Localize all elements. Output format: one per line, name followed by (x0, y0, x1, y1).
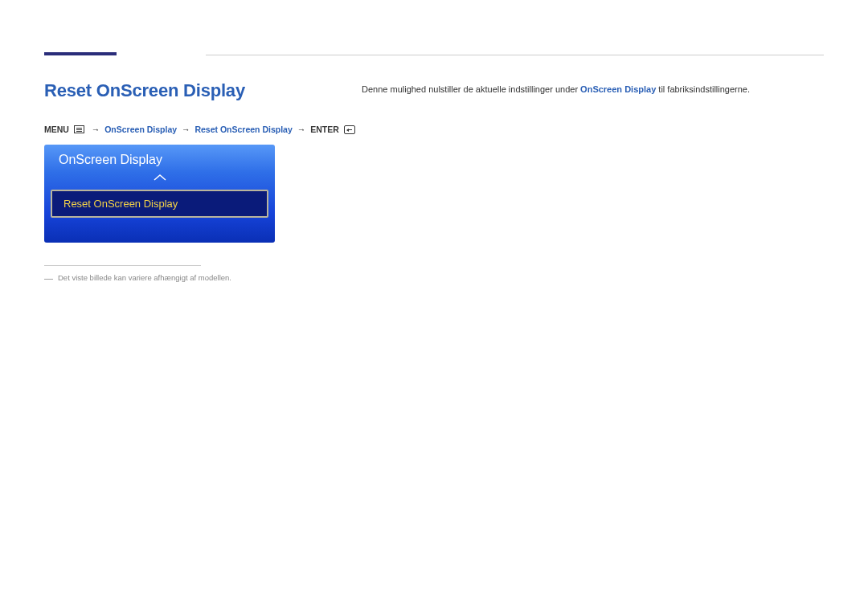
osd-panel-title: OnScreen Display (44, 153, 275, 167)
breadcrumb-step2: Reset OnScreen Display (194, 125, 292, 134)
breadcrumb: MENU → OnScreen Display → Reset OnScreen… (44, 125, 355, 136)
breadcrumb-arrow: → (179, 125, 193, 134)
document-page: Reset OnScreen Display MENU → OnScreen D… (0, 0, 868, 613)
page-title: Reset OnScreen Display (44, 80, 245, 101)
description-highlight: OnScreen Display (580, 84, 656, 94)
description: Denne mulighed nulstiller de aktuelle in… (362, 83, 824, 96)
chevron-up-icon (44, 170, 275, 185)
footnote: ―Det viste billede kan variere afhængigt… (44, 273, 231, 283)
breadcrumb-step1: OnScreen Display (104, 125, 177, 134)
osd-panel: OnScreen Display Reset OnScreen Display (44, 145, 275, 243)
footnote-text: Det viste billede kan variere afhængigt … (58, 273, 231, 282)
horizontal-rule (206, 55, 824, 55)
footnote-rule (44, 265, 201, 266)
description-suffix: til fabriksindstillingerne. (656, 84, 750, 94)
description-prefix: Denne mulighed nulstiller de aktuelle in… (362, 84, 580, 94)
enter-icon (344, 125, 355, 134)
breadcrumb-enter-label: ENTER (310, 125, 339, 134)
footnote-dash: ― (44, 273, 58, 283)
breadcrumb-arrow: → (89, 125, 103, 134)
breadcrumb-menu-label: MENU (44, 125, 69, 134)
osd-menu-item-selected[interactable]: Reset OnScreen Display (51, 190, 268, 218)
menu-icon (74, 125, 84, 133)
accent-bar (44, 52, 117, 55)
breadcrumb-arrow: → (295, 125, 309, 134)
